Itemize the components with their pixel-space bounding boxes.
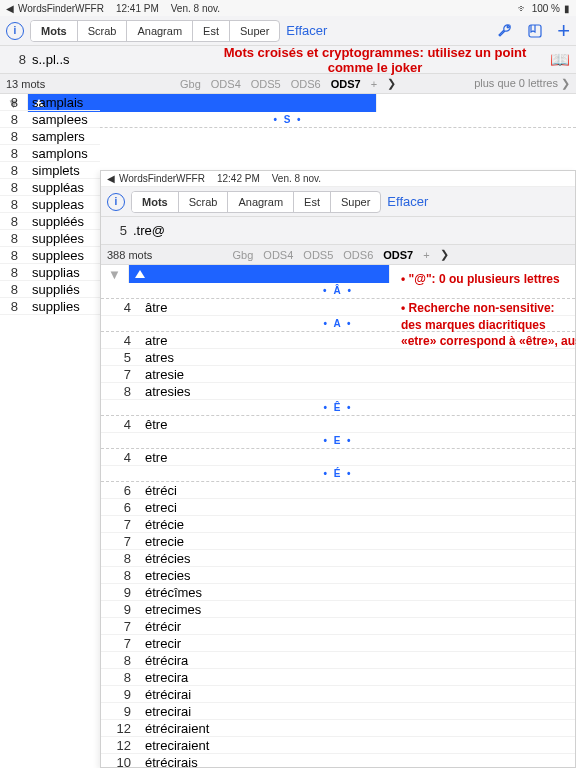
dict-ODS7[interactable]: ODS7 (331, 78, 361, 90)
mode-segmented[interactable]: MotsScrabAnagramEstSuper (131, 191, 381, 213)
list-item[interactable]: 7étrécie (101, 516, 575, 533)
list-item[interactable]: 8simplets (0, 162, 100, 179)
more-letters[interactable]: plus que 0 lettres ❯ (474, 77, 570, 90)
list-item[interactable]: 8suppléés (0, 213, 100, 230)
list-item[interactable]: 7atresie (101, 366, 575, 383)
mode-segmented[interactable]: MotsScrabAnagramEstSuper (30, 20, 280, 42)
section-header: • É • (101, 466, 575, 482)
book-icon[interactable]: 📖 (550, 50, 570, 69)
back-app-label[interactable]: WordsFinderWFFR (119, 173, 205, 184)
list-item[interactable]: 8atresies (101, 383, 575, 400)
status-date: Ven. 8 nov. (272, 173, 321, 184)
add-icon[interactable]: + (557, 18, 570, 44)
list-item[interactable]: 4etre (101, 449, 575, 466)
overlay-subbar: 388 mots GbgODS4ODS5ODS6ODS7+❯ (101, 245, 575, 265)
dict-ODS5[interactable]: ODS5 (251, 78, 281, 90)
length-label: 8 (6, 52, 26, 67)
segment-est[interactable]: Est (294, 192, 331, 212)
list-item[interactable]: 8samplais (0, 94, 100, 111)
list-item[interactable]: 8supplias (0, 264, 100, 281)
sort-col-extra[interactable] (376, 94, 576, 112)
list-item[interactable]: 6étréci (101, 482, 575, 499)
status-date: Ven. 8 nov. (171, 3, 220, 14)
segment-scrab[interactable]: Scrab (179, 192, 229, 212)
segment-anagram[interactable]: Anagram (228, 192, 294, 212)
dict-ODS5[interactable]: ODS5 (303, 249, 333, 261)
list-item[interactable]: 12étréciraient (101, 720, 575, 737)
list-item[interactable]: 8supplees (0, 247, 100, 264)
list-item[interactable]: 7étrécir (101, 618, 575, 635)
info-icon[interactable]: i (107, 193, 125, 211)
clear-button[interactable]: Effacer (286, 23, 327, 38)
dict-ODS4[interactable]: ODS4 (211, 78, 241, 90)
list-item[interactable]: 12etreciraient (101, 737, 575, 754)
list-item[interactable]: 8étrécies (101, 550, 575, 567)
main-toolbar: i MotsScrabAnagramEstSuper Effacer + (0, 16, 576, 46)
wrench-icon[interactable] (497, 23, 513, 39)
list-item[interactable]: 9étrécirai (101, 686, 575, 703)
dict-+[interactable]: + (371, 78, 377, 90)
dict-ODS6[interactable]: ODS6 (343, 249, 373, 261)
list-item[interactable]: 7etrecie (101, 533, 575, 550)
results-subbar: 13 mots GbgODS4ODS5ODS6ODS7+❯ plus que 0… (0, 74, 576, 94)
wifi-icon: ᯤ (518, 3, 528, 14)
list-item[interactable]: 8etrecira (101, 669, 575, 686)
results-list-left[interactable]: 8samplais8samplees8samplers8samplons8sim… (0, 94, 100, 768)
list-item[interactable]: 5atres (101, 349, 575, 366)
list-item[interactable]: 9etrecimes (101, 601, 575, 618)
dict-ODS4[interactable]: ODS4 (263, 249, 293, 261)
main-window: ◀ WordsFinderWFFR 12:41 PM Ven. 8 nov. ᯤ… (0, 0, 576, 128)
segment-mots[interactable]: Mots (132, 192, 179, 212)
list-item[interactable]: 8suppléas (0, 179, 100, 196)
list-item[interactable]: 8suppleas (0, 196, 100, 213)
list-item[interactable]: 8supplies (0, 298, 100, 315)
segment-mots[interactable]: Mots (31, 21, 78, 41)
dict-+[interactable]: + (423, 249, 429, 261)
search-input[interactable] (133, 223, 569, 238)
dict-ODS7[interactable]: ODS7 (383, 249, 413, 261)
info-icon[interactable]: i (6, 22, 24, 40)
battery-label: 100 % (532, 3, 560, 14)
segment-anagram[interactable]: Anagram (127, 21, 193, 41)
list-item[interactable]: 9étrécîmes (101, 584, 575, 601)
list-item[interactable]: 10étrécirais (101, 754, 575, 768)
list-item[interactable]: 7etrecir (101, 635, 575, 652)
note-case-1: • Recherche non-sensitive: (401, 300, 576, 317)
length-label: 5 (107, 223, 127, 238)
dict-tabs[interactable]: GbgODS4ODS5ODS6ODS7+❯ (233, 248, 449, 261)
bookmark-icon[interactable] (527, 23, 543, 39)
overlay-window: ◀ WordsFinderWFFR 12:42 PM Ven. 8 nov. i… (100, 170, 576, 768)
segment-super[interactable]: Super (331, 192, 380, 212)
segment-super[interactable]: Super (230, 21, 279, 41)
list-item[interactable]: 8étrécira (101, 652, 575, 669)
list-item[interactable]: 8samplees (0, 111, 100, 128)
segment-scrab[interactable]: Scrab (78, 21, 128, 41)
dict-Gbg[interactable]: Gbg (180, 78, 201, 90)
sort-col-main[interactable] (129, 265, 389, 283)
list-item[interactable]: 8suppliés (0, 281, 100, 298)
list-item[interactable]: 9etrecirai (101, 703, 575, 720)
dict-Gbg[interactable]: Gbg (233, 249, 254, 261)
section-header: • Ê • (101, 400, 575, 416)
search-input[interactable] (32, 52, 200, 67)
back-app-label[interactable]: WordsFinderWFFR (18, 3, 104, 14)
list-item[interactable]: 8etrecies (101, 567, 575, 584)
note-at-sign: • "@": 0 ou plusieurs lettres (401, 271, 576, 288)
list-item[interactable]: 4être (101, 416, 575, 433)
note-case-2: des marques diacritiques (401, 317, 576, 334)
list-item[interactable]: 6etreci (101, 499, 575, 516)
segment-est[interactable]: Est (193, 21, 230, 41)
chevron-right-icon[interactable]: ❯ (440, 248, 449, 261)
list-item[interactable]: 8samplons (0, 145, 100, 162)
dict-tabs[interactable]: GbgODS4ODS5ODS6ODS7+❯ (180, 77, 396, 90)
back-app-icon[interactable]: ◀ (107, 173, 115, 184)
overlay-results-list[interactable]: • Â •4âtre• A •4atre5atres7atresie8atres… (101, 283, 575, 768)
back-app-icon[interactable]: ◀ (6, 3, 14, 14)
clear-button[interactable]: Effacer (387, 194, 428, 209)
overlay-search-bar: 5 (101, 217, 575, 245)
chevron-right-icon[interactable]: ❯ (387, 77, 396, 90)
list-item[interactable]: 8samplers (0, 128, 100, 145)
list-item[interactable]: 8supplées (0, 230, 100, 247)
sort-col-toggle[interactable]: ▼ (101, 265, 129, 283)
dict-ODS6[interactable]: ODS6 (291, 78, 321, 90)
